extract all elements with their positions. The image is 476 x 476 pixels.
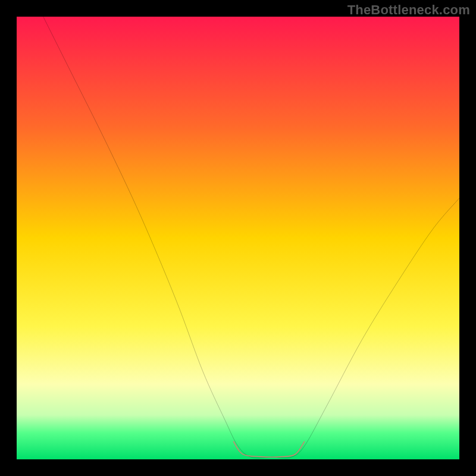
gradient-background <box>17 17 459 459</box>
watermark-text: TheBottleneck.com <box>347 2 470 18</box>
chart-frame: TheBottleneck.com <box>0 0 476 476</box>
chart-plot <box>17 17 459 459</box>
